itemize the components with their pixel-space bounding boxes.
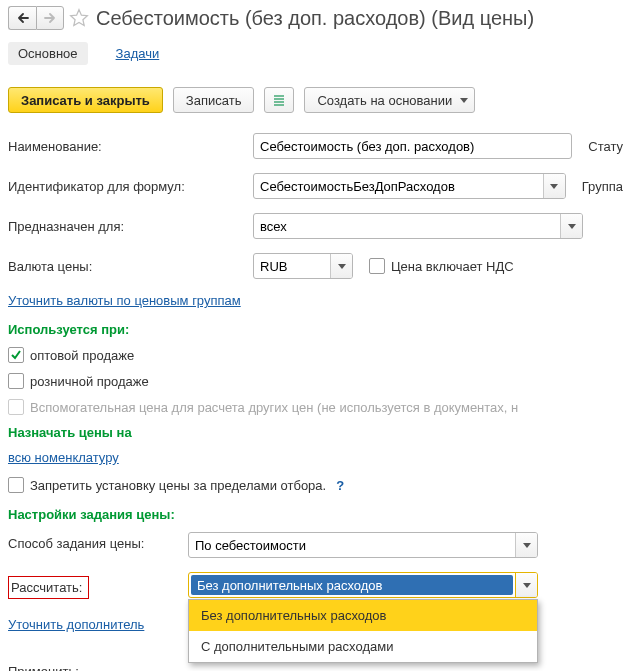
chevron-down-icon (338, 264, 346, 269)
formula-id-input[interactable] (254, 174, 543, 198)
retail-label: розничной продаже (30, 374, 149, 389)
favorite-star-button[interactable] (68, 7, 90, 29)
calc-select[interactable]: Без дополнительных расходов (188, 572, 538, 598)
method-label: Способ задания цены: (8, 532, 188, 551)
calc-selected-value: Без дополнительных расходов (191, 575, 513, 595)
nav-forward-button[interactable] (36, 6, 64, 30)
assign-header: Назначать цены на (8, 425, 623, 440)
calc-dropdown-toggle[interactable] (515, 573, 537, 597)
aux-label: Вспомогательная цена для расчета других … (30, 400, 518, 415)
name-input[interactable] (254, 134, 571, 158)
help-icon[interactable]: ? (336, 478, 344, 493)
save-button[interactable]: Записать (173, 87, 255, 113)
tab-tasks[interactable]: Задачи (106, 42, 170, 65)
vat-checkbox[interactable] (369, 258, 385, 274)
save-close-button[interactable]: Записать и закрыть (8, 87, 163, 113)
group-label: Группа (582, 179, 623, 194)
retail-checkbox[interactable] (8, 373, 24, 389)
chevron-down-icon (568, 224, 576, 229)
star-icon (69, 8, 89, 28)
chevron-down-icon (460, 98, 468, 103)
status-label: Стату (588, 139, 623, 154)
create-based-button[interactable]: Создать на основании (304, 87, 475, 113)
calc-dropdown-list: Без дополнительных расходов С дополнител… (188, 599, 538, 663)
used-when-header: Используется при: (8, 322, 623, 337)
name-label: Наименование: (8, 139, 253, 154)
list-icon-button[interactable] (264, 87, 294, 113)
aux-checkbox (8, 399, 24, 415)
calc-option-no-extra[interactable]: Без дополнительных расходов (189, 600, 537, 631)
forbid-label: Запретить установку цены за пределами от… (30, 478, 326, 493)
page-title: Себестоимость (без доп. расходов) (Вид ц… (96, 7, 534, 30)
currency-dropdown[interactable] (330, 254, 352, 278)
wholesale-label: оптовой продаже (30, 348, 134, 363)
apply-label: Применить: (8, 660, 188, 671)
method-dropdown[interactable] (515, 533, 537, 557)
arrow-left-icon (17, 13, 29, 23)
formula-id-dropdown[interactable] (543, 174, 565, 198)
currency-label: Валюта цены: (8, 259, 253, 274)
calc-option-with-extra[interactable]: С дополнительными расходами (189, 631, 537, 662)
arrow-right-icon (44, 13, 56, 23)
chevron-down-icon (523, 543, 531, 548)
method-input[interactable] (189, 533, 515, 557)
calc-label-highlighted: Рассчитать: (8, 576, 89, 599)
chevron-down-icon (523, 583, 531, 588)
chevron-down-icon (550, 184, 558, 189)
nav-back-button[interactable] (8, 6, 36, 30)
refine-additional-link-wrap: Уточнить дополнитель (8, 613, 188, 632)
calc-label: Рассчитать: (8, 572, 188, 599)
currency-input[interactable] (254, 254, 330, 278)
formula-id-label: Идентификатор для формул: (8, 179, 253, 194)
create-based-label: Создать на основании (317, 93, 452, 108)
list-icon (273, 94, 285, 106)
tab-main[interactable]: Основное (8, 42, 88, 65)
refine-currencies-link[interactable]: Уточнить валюты по ценовым группам (8, 293, 241, 308)
for-input[interactable] (254, 214, 560, 238)
forbid-checkbox[interactable] (8, 477, 24, 493)
refine-additional-link[interactable]: Уточнить дополнитель (8, 617, 144, 632)
for-label: Предназначен для: (8, 219, 253, 234)
for-dropdown[interactable] (560, 214, 582, 238)
all-nomenclature-link[interactable]: всю номенклатуру (8, 450, 119, 465)
wholesale-checkbox[interactable] (8, 347, 24, 363)
vat-label: Цена включает НДС (391, 259, 514, 274)
settings-header: Настройки задания цены: (8, 507, 623, 522)
